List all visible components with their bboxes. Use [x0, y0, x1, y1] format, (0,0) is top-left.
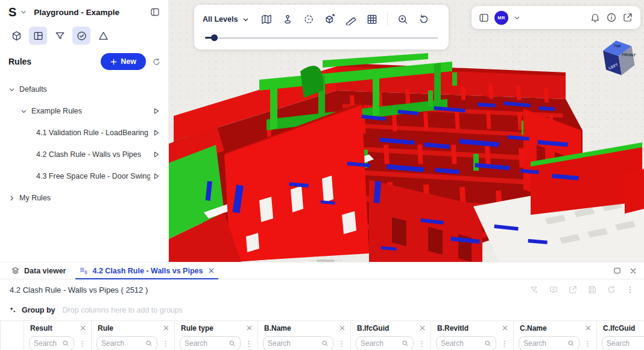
column-menu-kebab-icon[interactable]: ⋮ [499, 340, 510, 348]
chevron-down-icon[interactable] [8, 86, 19, 93]
navigation-cube[interactable]: TOP LEFT FRONT [597, 34, 640, 77]
remove-column-icon[interactable] [163, 325, 169, 331]
avatar[interactable]: MR [494, 11, 508, 25]
remove-column-icon[interactable] [246, 325, 253, 331]
column-b-name: B.Name ⋮ [258, 321, 351, 350]
grid-table-icon[interactable] [366, 13, 378, 25]
data-panel-tabs: Data viewer 4.2 Clash Rule - Walls vs Pi… [0, 262, 644, 279]
column-search-input[interactable] [436, 336, 496, 350]
search-icon [484, 340, 491, 347]
maximize-panel-icon[interactable] [613, 267, 621, 275]
logo-chevron-down-icon[interactable] [21, 9, 27, 15]
column-menu-kebab-icon[interactable]: ⋮ [417, 340, 427, 348]
column-search-input[interactable] [96, 336, 157, 350]
reset-view-icon[interactable] [418, 13, 430, 25]
group-by-bar[interactable]: Group by Drop columns here to add to gro… [0, 300, 644, 320]
model-tool-icon[interactable] [7, 27, 25, 45]
column-menu-kebab-icon[interactable]: ⋮ [77, 340, 87, 348]
column-menu-kebab-icon[interactable]: ⋮ [244, 340, 254, 348]
sidebar-toolbar [0, 24, 168, 49]
column-menu-kebab-icon[interactable]: ⋮ [336, 340, 347, 348]
cube-front-label[interactable]: FRONT [622, 52, 637, 57]
checks-tool-icon[interactable] [72, 27, 90, 45]
plus-icon [110, 59, 117, 65]
remove-column-icon[interactable] [339, 325, 346, 331]
remove-column-icon[interactable] [80, 325, 86, 331]
new-rule-button[interactable]: New [101, 53, 146, 70]
chevron-right-icon[interactable] [8, 195, 19, 202]
search-icon [145, 340, 153, 347]
tree-item-rule-41[interactable]: 4.1 Validation Rule - LoadBearing [0, 122, 168, 144]
more-options-kebab-icon[interactable] [626, 285, 634, 294]
model-3d-view[interactable]: All Levels MR [169, 0, 644, 262]
column-search-input[interactable] [519, 336, 579, 350]
run-rule-icon[interactable] [150, 173, 162, 180]
slider-handle[interactable] [211, 34, 218, 41]
rules-header: Rules New [0, 49, 168, 76]
run-rule-icon[interactable] [150, 151, 162, 158]
rules-label: Rules [8, 57, 95, 66]
layout-tool-icon[interactable] [29, 27, 47, 45]
refresh-results-icon[interactable] [607, 285, 616, 294]
column-search-input[interactable] [180, 336, 241, 350]
remove-column-icon[interactable] [585, 325, 592, 331]
column-search-input[interactable] [263, 336, 333, 350]
issues-tool-icon[interactable] [94, 27, 112, 45]
account-bar: MR [472, 6, 640, 29]
save-icon[interactable] [587, 285, 597, 294]
remove-column-icon[interactable] [419, 325, 426, 331]
tree-item-my-rules[interactable]: My Rules [0, 187, 168, 209]
zoom-select-icon[interactable] [397, 13, 409, 25]
group-by-placeholder: Drop columns here to add to groups [63, 306, 183, 314]
column-b-ifcguid: B.IfcGuid ⋮ [351, 321, 431, 350]
search-icon [62, 340, 69, 347]
panel-toggle-icon[interactable] [479, 13, 489, 23]
tab-data-viewer[interactable]: Data viewer [7, 262, 69, 279]
levels-dropdown[interactable]: All Levels [203, 15, 251, 24]
cube-top-label[interactable]: TOP [613, 44, 621, 48]
filter-results-icon[interactable] [529, 285, 539, 294]
tree-item-rule-43[interactable]: 4.3 Free Space Rule - Door Swing Test [0, 165, 168, 187]
level-slider[interactable] [203, 34, 440, 42]
search-icon [229, 340, 236, 347]
orbit-focus-icon[interactable] [303, 13, 315, 25]
group-by-sparkle-icon [8, 306, 17, 314]
tree-item-rule-42[interactable]: 4.2 Clash Rule - Walls vs Pipes [0, 144, 168, 165]
column-search-input[interactable] [602, 336, 644, 350]
column-search-input[interactable] [356, 336, 414, 350]
column-menu-kebab-icon[interactable]: ⋮ [582, 340, 593, 348]
tab-clash-rule[interactable]: 4.2 Clash Rule - Walls vs Pipes [75, 262, 218, 279]
export-icon[interactable] [568, 285, 578, 294]
column-result: Result ⋮ [24, 321, 92, 350]
chevron-down-icon[interactable] [21, 108, 31, 115]
close-panel-icon[interactable] [630, 267, 637, 275]
sidebar-collapse-icon[interactable] [150, 7, 160, 17]
project-title: Playground - Example [34, 8, 145, 17]
search-icon [321, 340, 329, 347]
close-tab-icon[interactable] [208, 267, 215, 274]
column-menu-kebab-icon[interactable]: ⋮ [160, 340, 171, 348]
refresh-rules-icon[interactable] [152, 57, 161, 66]
measure-icon[interactable] [345, 13, 357, 25]
section-box-icon[interactable] [324, 13, 336, 25]
filter-tool-icon[interactable] [51, 27, 69, 45]
run-rule-icon[interactable] [150, 129, 162, 136]
info-icon[interactable] [606, 12, 617, 23]
app-logo[interactable]: S [8, 5, 16, 19]
walk-mode-icon[interactable] [282, 13, 294, 25]
account-chevron-down-icon[interactable] [514, 14, 520, 21]
tree-item-defaults[interactable]: Defaults [0, 78, 168, 100]
layers-icon [11, 266, 20, 275]
column-search-input[interactable] [29, 336, 74, 350]
add-comment-icon[interactable] [549, 285, 558, 294]
column-rule-type: Rule type ⋮ [175, 321, 258, 350]
share-icon[interactable] [622, 12, 633, 23]
notifications-bell-icon[interactable] [590, 12, 601, 23]
remove-column-icon[interactable] [502, 325, 508, 331]
map-icon[interactable] [260, 13, 273, 25]
toolbar-divider [387, 13, 388, 26]
run-rule-icon[interactable] [150, 107, 162, 115]
search-icon [402, 340, 409, 347]
column-c-ifcguid: C.IfcGuid ⋮ [597, 321, 644, 350]
tree-item-example-rules[interactable]: Example Rules [0, 100, 168, 122]
